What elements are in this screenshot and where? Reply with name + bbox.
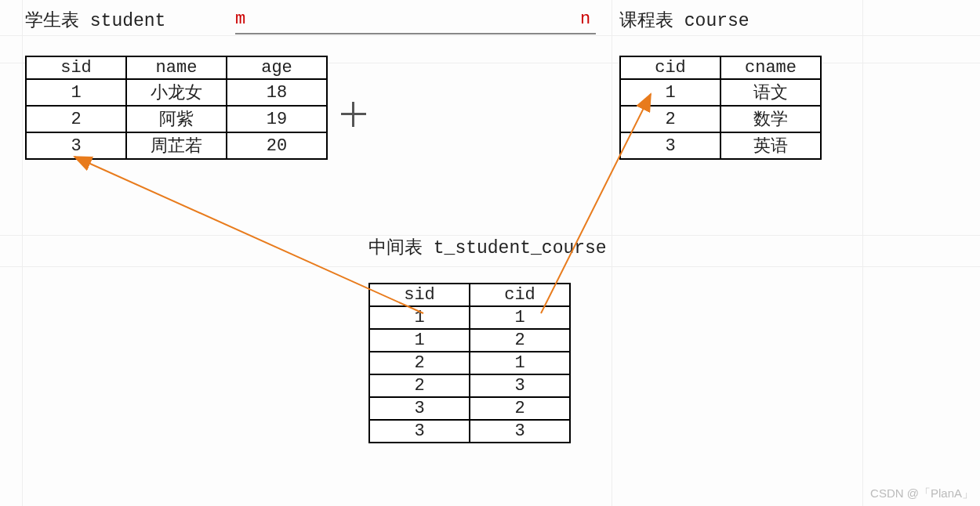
link-table-panel: 中间表 t_student_course sid cid 11 12 21 23… [368, 235, 607, 443]
table-row: 1语文 [620, 79, 821, 106]
table-row: 32 [369, 397, 570, 420]
col-header: cid [620, 56, 720, 79]
col-header: age [227, 56, 327, 79]
table-row: 1小龙女18 [26, 79, 327, 106]
table-row: 2阿紫19 [26, 106, 327, 132]
student-table-title: 学生表 student [25, 8, 328, 32]
table-row: 23 [369, 374, 570, 397]
cursor-crosshair-icon [341, 102, 366, 127]
table-row: 12 [369, 329, 570, 352]
student-table: sid name age 1小龙女18 2阿紫19 3周芷若20 [25, 56, 328, 160]
col-header: sid [369, 284, 470, 306]
table-header-row: cid cname [620, 56, 821, 79]
table-row: 2数学 [620, 106, 821, 132]
col-header: cname [720, 56, 821, 79]
table-row: 21 [369, 352, 570, 374]
col-header: cid [470, 284, 570, 306]
col-header: name [126, 56, 227, 79]
table-row: 3周芷若20 [26, 132, 327, 159]
table-header-row: sid name age [26, 56, 327, 79]
student-table-panel: 学生表 student sid name age 1小龙女18 2阿紫19 3周… [25, 8, 328, 160]
table-header-row: sid cid [369, 284, 570, 306]
link-table-title: 中间表 t_student_course [368, 235, 607, 259]
course-table: cid cname 1语文 2数学 3英语 [619, 56, 822, 160]
col-header: sid [26, 56, 126, 79]
link-table: sid cid 11 12 21 23 32 33 [368, 283, 571, 443]
table-row: 11 [369, 306, 570, 329]
cardinality-n-label: n [580, 9, 590, 29]
table-row: 3英语 [620, 132, 821, 159]
watermark: CSDN @「PlanA」 [870, 486, 974, 501]
course-table-title: 课程表 course [619, 8, 822, 32]
table-row: 33 [369, 420, 570, 443]
course-table-panel: 课程表 course cid cname 1语文 2数学 3英语 [619, 8, 822, 160]
